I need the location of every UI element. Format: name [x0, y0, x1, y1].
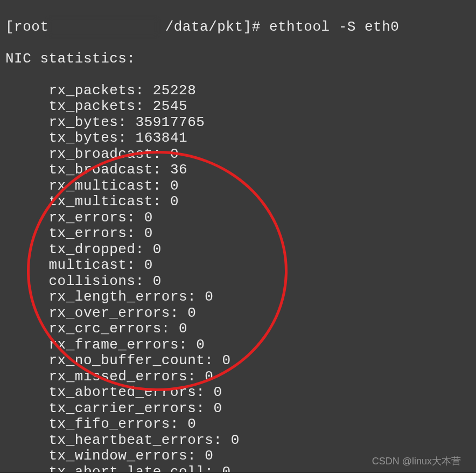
prompt-command: ethtool -S eth0 [269, 19, 400, 35]
stat-row: multicast: 0 [5, 258, 399, 274]
stat-row: rx_over_errors: 0 [5, 305, 399, 322]
stat-row: tx_dropped: 0 [5, 242, 399, 258]
stat-row: rx_frame_errors: 0 [5, 337, 399, 353]
stat-row: tx_heartbeat_errors: 0 [5, 433, 399, 449]
stat-row: rx_packets: 25228 [5, 83, 399, 99]
stat-row: tx_fifo_errors: 0 [5, 416, 399, 433]
stat-row: tx_bytes: 163841 [5, 130, 399, 147]
stat-row: rx_length_errors: 0 [5, 289, 399, 305]
stat-row: tx_packets: 2545 [5, 99, 399, 115]
stat-row: rx_crc_errors: 0 [5, 321, 399, 337]
output-header: NIC statistics: [5, 51, 399, 67]
nic-stats-list: rx_packets: 25228 tx_packets: 2545 rx_by… [5, 83, 399, 474]
stat-row: rx_missed_errors: 0 [5, 369, 399, 385]
watermark-text: CSDN @linux大本营 [372, 455, 461, 468]
stat-row: tx_multicast: 0 [5, 194, 399, 210]
stat-row: tx_carrier_errors: 0 [5, 401, 399, 417]
stat-row: collisions: 0 [5, 274, 399, 290]
stat-row: rx_no_buffer_count: 0 [5, 353, 399, 369]
shell-prompt-line: [root /data/pkt]# ethtool -S eth0 [5, 19, 399, 36]
prompt-cwd: /data/pkt [165, 19, 243, 35]
stat-row: rx_multicast: 0 [5, 178, 399, 194]
stat-row: tx_window_errors: 0 [5, 448, 399, 464]
stat-row: tx_broadcast: 36 [5, 162, 399, 178]
stat-row: tx_errors: 0 [5, 226, 399, 242]
stat-row: rx_bytes: 35917765 [5, 115, 399, 131]
stat-row: tx_aborted_errors: 0 [5, 385, 399, 401]
redacted-hostname [49, 19, 157, 34]
terminal-output[interactable]: [root /data/pkt]# ethtool -S eth0 NIC st… [0, 0, 399, 473]
stat-row: rx_errors: 0 [5, 210, 399, 226]
stat-row: rx_broadcast: 0 [5, 147, 399, 163]
prompt-user: root [14, 19, 48, 35]
